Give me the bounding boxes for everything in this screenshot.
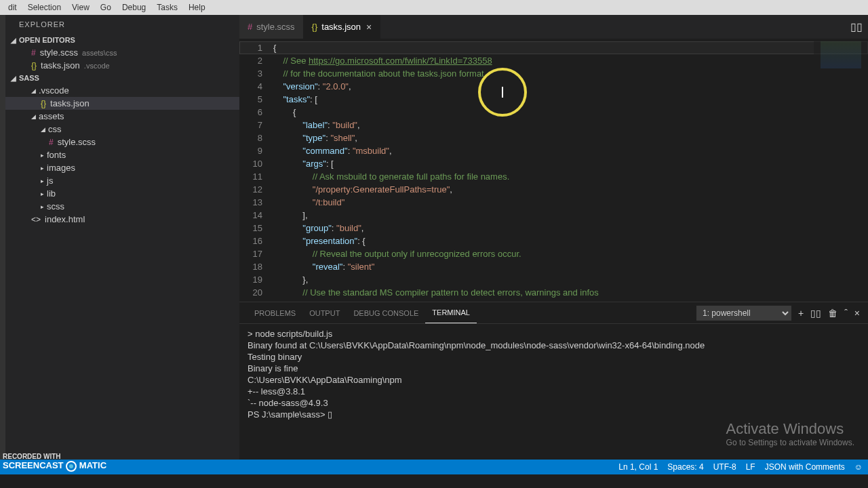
kill-terminal-icon[interactable]: 🗑: [828, 308, 837, 319]
json-icon: {}: [31, 61, 37, 70]
editor-tabs: # style.scss {} tasks.json × ▯▯: [239, 15, 868, 39]
explorer-sidebar: EXPLORER ◢ OPEN EDITORS # style.scss ass…: [5, 15, 239, 460]
chevron-down-icon: ◢: [31, 113, 36, 120]
screencast-watermark: RECORDED WITH SCREENCAST MATIC: [3, 453, 106, 472]
chevron-right-icon: ▸: [41, 152, 44, 159]
status-encoding[interactable]: UTF-8: [713, 462, 736, 472]
statusbar: Ln 1, Col 1 Spaces: 4 UTF-8 LF JSON with…: [0, 460, 868, 474]
chevron-down-icon: ◢: [11, 75, 16, 82]
json-icon: {}: [312, 22, 318, 32]
menu-edit[interactable]: dit: [3, 3, 22, 12]
folder-item[interactable]: ▸fonts: [5, 148, 239, 161]
terminal-selector[interactable]: 1: powershell: [696, 306, 791, 321]
workspace-header[interactable]: ◢ SASS: [5, 72, 239, 84]
panel-tabs: PROBLEMS OUTPUT DEBUG CONSOLE TERMINAL 1…: [239, 302, 868, 324]
folder-item[interactable]: ◢css: [5, 123, 239, 136]
json-icon: {}: [41, 99, 46, 108]
menu-tasks[interactable]: Tasks: [151, 3, 183, 12]
close-panel-icon[interactable]: ×: [854, 308, 860, 319]
html-icon: <>: [31, 215, 41, 224]
open-editor-item[interactable]: # style.scss assets\css: [5, 46, 239, 59]
split-terminal-icon[interactable]: ▯▯: [810, 308, 821, 319]
tab-tasks-json[interactable]: {} tasks.json ×: [304, 15, 381, 39]
folder-item[interactable]: ▸js: [5, 174, 239, 187]
split-editor-icon[interactable]: ▯▯: [850, 20, 863, 33]
activity-bar[interactable]: [0, 15, 5, 460]
scss-icon: #: [31, 48, 36, 58]
editor-area: # style.scss {} tasks.json × ▯▯ 12345678…: [239, 15, 868, 460]
chevron-right-icon: ▸: [41, 165, 44, 171]
file-item[interactable]: <>index.html: [5, 213, 239, 226]
close-icon[interactable]: ×: [366, 22, 372, 33]
menu-debug[interactable]: Debug: [117, 3, 151, 12]
folder-item[interactable]: ▸scss: [5, 200, 239, 213]
folder-item[interactable]: ▸lib: [5, 187, 239, 200]
record-icon: [66, 461, 77, 472]
scss-icon: #: [248, 22, 252, 32]
chevron-right-icon: ▸: [41, 190, 44, 197]
code-editor[interactable]: 12345678910111213141516171819202122 { //…: [239, 39, 868, 302]
status-eol[interactable]: LF: [746, 462, 755, 472]
explorer-title: EXPLORER: [5, 15, 239, 34]
panel-tab-debug[interactable]: DEBUG CONSOLE: [347, 302, 425, 323]
status-feedback-icon[interactable]: ☺: [854, 462, 863, 472]
folder-item[interactable]: ▸images: [5, 161, 239, 174]
minimap[interactable]: [814, 39, 868, 302]
menu-view[interactable]: View: [66, 3, 95, 12]
bottom-panel: PROBLEMS OUTPUT DEBUG CONSOLE TERMINAL 1…: [239, 302, 868, 460]
file-item[interactable]: {}tasks.json: [5, 97, 239, 110]
status-spaces[interactable]: Spaces: 4: [667, 462, 703, 472]
folder-item[interactable]: ◢.vscode: [5, 84, 239, 97]
panel-tab-problems[interactable]: PROBLEMS: [248, 302, 302, 323]
terminal-output[interactable]: > node scripts/build.jsBinary found at C…: [239, 324, 868, 460]
menu-go[interactable]: Go: [95, 3, 117, 12]
file-item[interactable]: #style.scss: [5, 136, 239, 148]
chevron-down-icon: ◢: [11, 37, 16, 44]
panel-tab-output[interactable]: OUTPUT: [302, 302, 347, 323]
scss-icon: #: [49, 138, 54, 147]
text-cursor-icon: [502, 87, 503, 98]
status-cursor[interactable]: Ln 1, Col 1: [618, 462, 658, 472]
folder-item[interactable]: ◢assets: [5, 110, 239, 123]
chevron-down-icon: ◢: [31, 87, 36, 94]
new-terminal-icon[interactable]: +: [798, 308, 804, 319]
code-content[interactable]: { // See https://go.microsoft.com/fwlink…: [273, 39, 868, 302]
open-editor-item[interactable]: {} tasks.json .vscode: [5, 59, 239, 72]
status-lang[interactable]: JSON with Comments: [765, 462, 845, 472]
chevron-right-icon: ▸: [41, 178, 44, 184]
tab-style-scss[interactable]: # style.scss: [239, 15, 304, 39]
chevron-down-icon: ◢: [41, 126, 45, 133]
panel-tab-terminal[interactable]: TERMINAL: [425, 302, 477, 323]
menu-help[interactable]: Help: [183, 3, 211, 12]
chevron-right-icon: ▸: [41, 203, 44, 210]
menu-selection[interactable]: Selection: [22, 3, 66, 12]
open-editors-header[interactable]: ◢ OPEN EDITORS: [5, 34, 239, 46]
line-gutter: 12345678910111213141516171819202122: [239, 39, 273, 302]
menubar: dit Selection View Go Debug Tasks Help: [0, 0, 868, 15]
maximize-panel-icon[interactable]: ˆ: [844, 308, 848, 319]
